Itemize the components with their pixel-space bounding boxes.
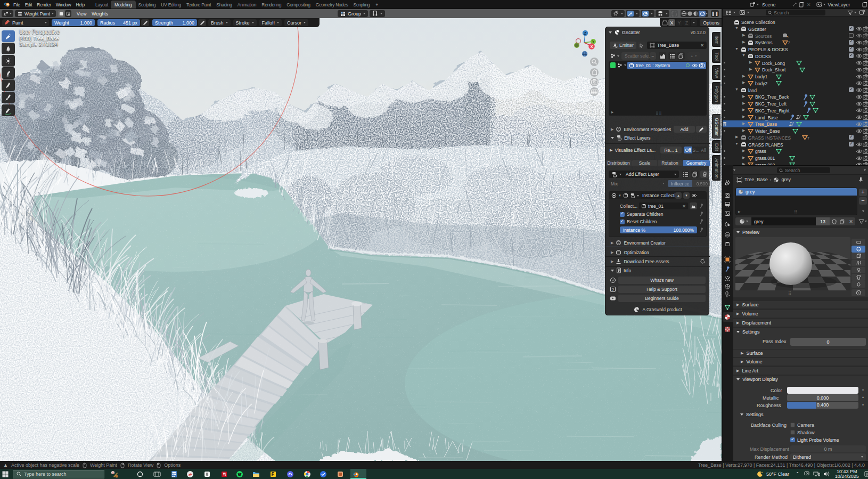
svg-text:Z: Z	[584, 31, 587, 35]
svg-text:Y: Y	[592, 40, 595, 44]
svg-text:?: ?	[612, 287, 615, 292]
svg-text:X: X	[591, 45, 593, 48]
